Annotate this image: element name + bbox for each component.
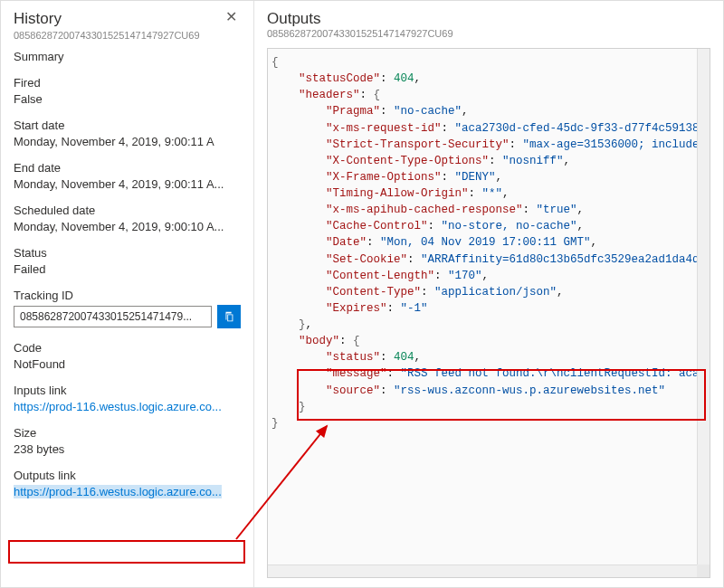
scroll-corner [697,564,710,577]
scheduled-date-value: Monday, November 4, 2019, 9:00:10 A... [14,220,241,233]
end-date-label: End date [14,161,241,175]
history-panel: History ✕ 08586287200743301525147147927C… [1,1,254,587]
outputs-link-label: Outputs link [14,469,241,482]
start-date-label: Start date [14,119,241,132]
summary-label: Summary [14,50,241,63]
horizontal-scrollbar[interactable] [268,564,697,577]
outputs-id: 08586287200743301525147147927CU69 [267,28,710,39]
outputs-panel: Outputs 08586287200743301525147147927CU6… [254,1,723,587]
tracking-id-label: Tracking ID [14,289,241,302]
start-date-value: Monday, November 4, 2019, 9:00:11 A [14,135,241,148]
inputs-link[interactable]: https://prod-116.westus.logic.azure.co..… [14,400,241,413]
copy-icon [223,310,235,323]
outputs-link[interactable]: https://prod-116.westus.logic.azure.co..… [14,485,241,498]
fired-value: False [14,92,241,106]
status-label: Status [14,246,241,260]
copy-button[interactable] [217,305,241,328]
fired-label: Fired [14,76,241,90]
size-value: 238 bytes [14,442,241,456]
tracking-id-input[interactable]: 085862872007433015251471479... [14,306,212,327]
history-title: History [14,10,62,28]
scheduled-date-label: Scheduled date [14,204,241,217]
outputs-json-viewer[interactable]: { "statusCode": 404, "headers": { "Pragm… [267,48,710,578]
code-label: Code [14,341,241,355]
vertical-scrollbar[interactable] [697,49,710,564]
inputs-link-label: Inputs link [14,384,241,397]
close-icon[interactable]: ✕ [222,10,241,24]
size-label: Size [14,426,241,440]
end-date-value: Monday, November 4, 2019, 9:00:11 A... [14,177,241,191]
history-id: 08586287200743301525147147927CU69 [14,30,241,41]
status-value: Failed [14,262,241,276]
code-value: NotFound [14,357,241,371]
outputs-title: Outputs [267,10,710,28]
